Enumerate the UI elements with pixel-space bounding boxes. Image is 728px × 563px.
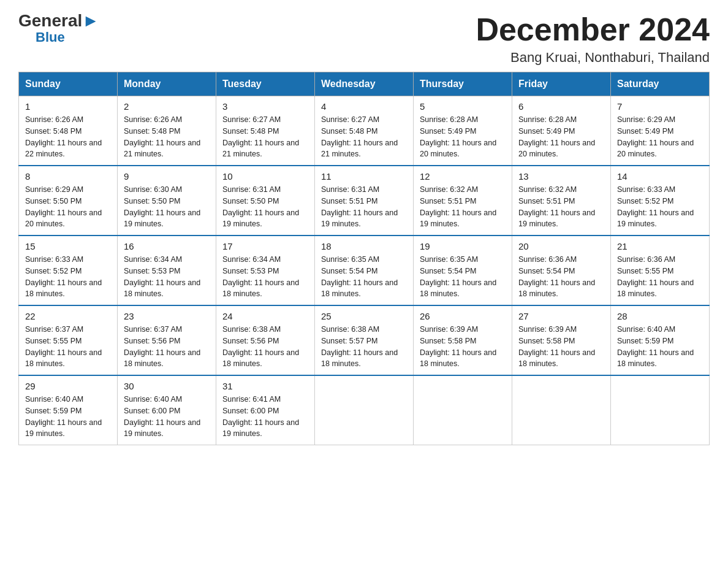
day-number: 17 xyxy=(222,241,308,251)
day-number: 25 xyxy=(321,311,407,321)
day-info: Sunrise: 6:30 AMSunset: 5:50 PMDaylight:… xyxy=(124,184,210,230)
calendar-cell: 8 Sunrise: 6:29 AMSunset: 5:50 PMDayligh… xyxy=(19,166,118,236)
calendar-cell: 25 Sunrise: 6:38 AMSunset: 5:57 PMDaylig… xyxy=(315,305,414,375)
day-info: Sunrise: 6:33 AMSunset: 5:52 PMDaylight:… xyxy=(617,184,703,230)
calendar-cell xyxy=(611,375,710,445)
day-number: 2 xyxy=(124,101,210,112)
day-info: Sunrise: 6:32 AMSunset: 5:51 PMDaylight:… xyxy=(420,184,506,230)
day-info: Sunrise: 6:32 AMSunset: 5:51 PMDaylight:… xyxy=(518,184,604,230)
day-number: 23 xyxy=(124,311,210,321)
day-number: 26 xyxy=(420,311,506,321)
calendar-cell xyxy=(414,375,512,445)
day-info: Sunrise: 6:26 AMSunset: 5:48 PMDaylight:… xyxy=(124,114,210,160)
calendar-cell: 1 Sunrise: 6:26 AMSunset: 5:48 PMDayligh… xyxy=(19,96,118,166)
day-number: 6 xyxy=(518,101,604,112)
day-info: Sunrise: 6:40 AMSunset: 6:00 PMDaylight:… xyxy=(124,394,210,440)
col-saturday: Saturday xyxy=(611,72,710,96)
day-info: Sunrise: 6:38 AMSunset: 5:56 PMDaylight:… xyxy=(222,324,308,370)
week-row-3: 15 Sunrise: 6:33 AMSunset: 5:52 PMDaylig… xyxy=(19,236,710,305)
day-number: 5 xyxy=(420,101,506,112)
week-row-4: 22 Sunrise: 6:37 AMSunset: 5:55 PMDaylig… xyxy=(19,305,710,375)
calendar-cell: 30 Sunrise: 6:40 AMSunset: 6:00 PMDaylig… xyxy=(118,375,216,445)
day-number: 19 xyxy=(420,241,506,251)
day-info: Sunrise: 6:35 AMSunset: 5:54 PMDaylight:… xyxy=(420,254,506,300)
day-info: Sunrise: 6:37 AMSunset: 5:55 PMDaylight:… xyxy=(25,324,111,370)
calendar-cell: 22 Sunrise: 6:37 AMSunset: 5:55 PMDaylig… xyxy=(19,305,118,375)
day-number: 24 xyxy=(222,311,308,321)
page-header: General► Blue December 2024 Bang Kruai, … xyxy=(18,12,710,66)
calendar-cell: 27 Sunrise: 6:39 AMSunset: 5:58 PMDaylig… xyxy=(512,305,611,375)
day-info: Sunrise: 6:38 AMSunset: 5:57 PMDaylight:… xyxy=(321,324,407,370)
day-number: 9 xyxy=(124,171,210,182)
week-row-5: 29 Sunrise: 6:40 AMSunset: 5:59 PMDaylig… xyxy=(19,375,710,445)
day-info: Sunrise: 6:28 AMSunset: 5:49 PMDaylight:… xyxy=(518,114,604,160)
day-info: Sunrise: 6:39 AMSunset: 5:58 PMDaylight:… xyxy=(518,324,604,370)
day-number: 31 xyxy=(222,381,308,391)
col-monday: Monday xyxy=(118,72,216,96)
day-number: 28 xyxy=(617,311,703,321)
day-number: 29 xyxy=(25,381,111,391)
calendar-cell: 14 Sunrise: 6:33 AMSunset: 5:52 PMDaylig… xyxy=(611,166,710,236)
day-number: 15 xyxy=(25,241,111,251)
calendar-cell: 3 Sunrise: 6:27 AMSunset: 5:48 PMDayligh… xyxy=(216,96,315,166)
day-info: Sunrise: 6:31 AMSunset: 5:51 PMDaylight:… xyxy=(321,184,407,230)
day-info: Sunrise: 6:33 AMSunset: 5:52 PMDaylight:… xyxy=(25,254,111,300)
day-number: 16 xyxy=(124,241,210,251)
title-section: December 2024 Bang Kruai, Nonthaburi, Th… xyxy=(476,12,710,66)
calendar-cell: 20 Sunrise: 6:36 AMSunset: 5:54 PMDaylig… xyxy=(512,236,611,305)
day-info: Sunrise: 6:28 AMSunset: 5:49 PMDaylight:… xyxy=(420,114,506,160)
day-info: Sunrise: 6:35 AMSunset: 5:54 PMDaylight:… xyxy=(321,254,407,300)
day-number: 3 xyxy=(222,101,308,112)
calendar-cell: 26 Sunrise: 6:39 AMSunset: 5:58 PMDaylig… xyxy=(414,305,512,375)
logo: General► Blue xyxy=(18,12,99,45)
calendar-cell: 23 Sunrise: 6:37 AMSunset: 5:56 PMDaylig… xyxy=(118,305,216,375)
col-wednesday: Wednesday xyxy=(315,72,414,96)
day-number: 21 xyxy=(617,241,703,251)
day-number: 30 xyxy=(124,381,210,391)
logo-blue: Blue xyxy=(36,29,65,45)
calendar-cell: 13 Sunrise: 6:32 AMSunset: 5:51 PMDaylig… xyxy=(512,166,611,236)
day-info: Sunrise: 6:27 AMSunset: 5:48 PMDaylight:… xyxy=(222,114,308,160)
day-info: Sunrise: 6:41 AMSunset: 6:00 PMDaylight:… xyxy=(222,394,308,440)
calendar-cell: 19 Sunrise: 6:35 AMSunset: 5:54 PMDaylig… xyxy=(414,236,512,305)
calendar-cell: 12 Sunrise: 6:32 AMSunset: 5:51 PMDaylig… xyxy=(414,166,512,236)
calendar-cell: 11 Sunrise: 6:31 AMSunset: 5:51 PMDaylig… xyxy=(315,166,414,236)
calendar-cell: 18 Sunrise: 6:35 AMSunset: 5:54 PMDaylig… xyxy=(315,236,414,305)
calendar-cell xyxy=(315,375,414,445)
calendar-cell: 10 Sunrise: 6:31 AMSunset: 5:50 PMDaylig… xyxy=(216,166,315,236)
calendar-cell: 29 Sunrise: 6:40 AMSunset: 5:59 PMDaylig… xyxy=(19,375,118,445)
day-info: Sunrise: 6:36 AMSunset: 5:54 PMDaylight:… xyxy=(518,254,604,300)
col-friday: Friday xyxy=(512,72,611,96)
day-info: Sunrise: 6:29 AMSunset: 5:49 PMDaylight:… xyxy=(617,114,703,160)
day-number: 1 xyxy=(25,101,111,112)
calendar-cell: 24 Sunrise: 6:38 AMSunset: 5:56 PMDaylig… xyxy=(216,305,315,375)
calendar-cell: 9 Sunrise: 6:30 AMSunset: 5:50 PMDayligh… xyxy=(118,166,216,236)
location: Bang Kruai, Nonthaburi, Thailand xyxy=(476,50,710,66)
day-info: Sunrise: 6:26 AMSunset: 5:48 PMDaylight:… xyxy=(25,114,111,160)
col-tuesday: Tuesday xyxy=(216,72,315,96)
day-number: 7 xyxy=(617,101,703,112)
day-info: Sunrise: 6:36 AMSunset: 5:55 PMDaylight:… xyxy=(617,254,703,300)
calendar-cell: 4 Sunrise: 6:27 AMSunset: 5:48 PMDayligh… xyxy=(315,96,414,166)
logo-general: General► xyxy=(18,12,99,29)
day-info: Sunrise: 6:37 AMSunset: 5:56 PMDaylight:… xyxy=(124,324,210,370)
day-info: Sunrise: 6:27 AMSunset: 5:48 PMDaylight:… xyxy=(321,114,407,160)
calendar-cell xyxy=(512,375,611,445)
calendar-cell: 5 Sunrise: 6:28 AMSunset: 5:49 PMDayligh… xyxy=(414,96,512,166)
calendar-cell: 16 Sunrise: 6:34 AMSunset: 5:53 PMDaylig… xyxy=(118,236,216,305)
col-sunday: Sunday xyxy=(19,72,118,96)
day-info: Sunrise: 6:40 AMSunset: 5:59 PMDaylight:… xyxy=(25,394,111,440)
day-info: Sunrise: 6:34 AMSunset: 5:53 PMDaylight:… xyxy=(222,254,308,300)
calendar-cell: 6 Sunrise: 6:28 AMSunset: 5:49 PMDayligh… xyxy=(512,96,611,166)
day-number: 18 xyxy=(321,241,407,251)
calendar-cell: 15 Sunrise: 6:33 AMSunset: 5:52 PMDaylig… xyxy=(19,236,118,305)
day-number: 20 xyxy=(518,241,604,251)
day-info: Sunrise: 6:39 AMSunset: 5:58 PMDaylight:… xyxy=(420,324,506,370)
day-number: 4 xyxy=(321,101,407,112)
calendar-table: SundayMondayTuesdayWednesdayThursdayFrid… xyxy=(18,72,710,445)
day-number: 13 xyxy=(518,171,604,182)
day-number: 22 xyxy=(25,311,111,321)
day-number: 8 xyxy=(25,171,111,182)
header-row: SundayMondayTuesdayWednesdayThursdayFrid… xyxy=(19,72,710,96)
calendar-cell: 7 Sunrise: 6:29 AMSunset: 5:49 PMDayligh… xyxy=(611,96,710,166)
